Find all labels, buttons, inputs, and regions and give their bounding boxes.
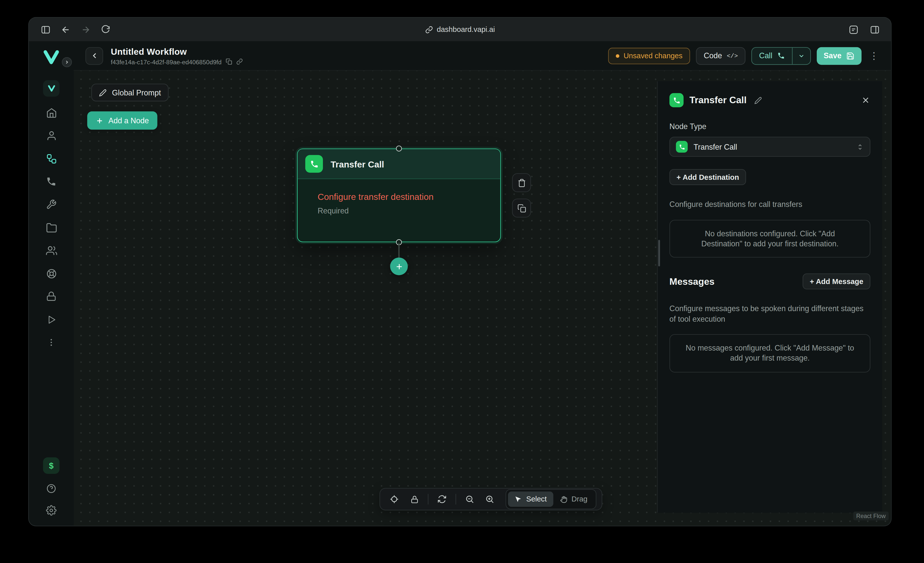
- call-options-button[interactable]: [792, 48, 810, 64]
- phone-icon: [669, 93, 684, 107]
- back-button[interactable]: [86, 47, 103, 65]
- edge-connector: [399, 243, 399, 258]
- global-prompt-button[interactable]: Global Prompt: [92, 84, 169, 101]
- help-icon[interactable]: [44, 481, 58, 495]
- add-message-button[interactable]: + Add Message: [803, 273, 870, 289]
- workflow-header: Untitled Workflow f43fe14a-c17c-4d2f-89a…: [74, 41, 891, 71]
- address-bar[interactable]: dashboard.vapi.ai: [425, 26, 495, 34]
- fit-view-icon[interactable]: [386, 491, 403, 508]
- copy-id-icon[interactable]: [226, 58, 232, 65]
- call-button[interactable]: Call: [752, 48, 792, 64]
- browser-window: dashboard.vapi.ai: [29, 18, 891, 525]
- sidebar-toggle-icon[interactable]: [37, 22, 54, 37]
- panel-scrollbar[interactable]: [658, 240, 660, 266]
- global-prompt-label: Global Prompt: [112, 88, 161, 97]
- auto-layout-icon[interactable]: [433, 491, 451, 508]
- duplicate-node-button[interactable]: [512, 199, 531, 218]
- canvas-toolbar: Select Drag: [380, 488, 602, 510]
- node-required-text: Required: [318, 206, 490, 215]
- call-split-button: Call: [752, 47, 811, 65]
- toolbar-divider: [428, 494, 428, 504]
- zoom-out-icon[interactable]: [461, 491, 478, 508]
- billing-icon[interactable]: $: [43, 457, 60, 474]
- canvas-mode-switch: Select Drag: [506, 489, 596, 509]
- more-icon[interactable]: [44, 335, 58, 349]
- right-sidebar-toggle-icon[interactable]: [866, 22, 883, 37]
- save-button[interactable]: Save: [816, 47, 861, 65]
- messages-header-row: Messages + Add Message: [669, 273, 870, 289]
- reload-icon[interactable]: [97, 22, 114, 37]
- settings-icon[interactable]: [44, 503, 58, 517]
- screen: dashboard.vapi.ai: [0, 0, 924, 563]
- extensions-icon[interactable]: [845, 22, 862, 37]
- sidebar-expand-icon[interactable]: [62, 57, 72, 67]
- back-icon[interactable]: [57, 22, 74, 37]
- transfer-call-node[interactable]: Transfer Call Configure transfer destina…: [297, 149, 501, 242]
- destinations-help-text: Configure destinations for call transfer…: [669, 199, 870, 209]
- drag-mode-label: Drag: [572, 495, 588, 503]
- delete-node-button[interactable]: [512, 173, 531, 192]
- trash-icon: [517, 178, 526, 187]
- squads-icon[interactable]: [44, 243, 58, 257]
- workflow-titlebox: Untitled Workflow f43fe14a-c17c-4d2f-89a…: [111, 46, 243, 65]
- home-icon[interactable]: [44, 105, 58, 120]
- more-options-icon[interactable]: ⋮: [867, 50, 880, 61]
- add-destination-button[interactable]: + Add Destination: [669, 169, 746, 185]
- hand-icon: [560, 495, 567, 503]
- workflow-canvas[interactable]: Global Prompt Add a Node Transf: [74, 71, 891, 526]
- code-icon: </>: [727, 52, 738, 59]
- chevron-down-icon: [798, 52, 805, 59]
- test-suites-icon[interactable]: [44, 312, 58, 326]
- tools-icon[interactable]: [44, 197, 58, 212]
- node-header: Transfer Call: [297, 149, 500, 179]
- messages-help-text: Configure messages to be spoken during d…: [669, 303, 870, 324]
- phone-icon: [777, 52, 785, 60]
- add-node-button[interactable]: Add a Node: [87, 111, 157, 130]
- phone-icon: [676, 141, 688, 153]
- unsaved-changes-label: Unsaved changes: [624, 51, 682, 60]
- phone-numbers-icon[interactable]: [44, 174, 58, 189]
- messages-empty-state: No messages configured. Click "Add Messa…: [669, 334, 870, 372]
- workflow-id-row: f43fe14a-c17c-4d2f-89ae-ed406850d9fd: [111, 58, 243, 65]
- code-button-label: Code: [704, 51, 722, 60]
- node-type-value: Transfer Call: [693, 143, 737, 151]
- node-type-select[interactable]: Transfer Call: [669, 137, 870, 157]
- support-icon[interactable]: [44, 266, 58, 281]
- url-text: dashboard.vapi.ai: [436, 26, 495, 34]
- react-flow-attribution[interactable]: React Flow: [853, 512, 889, 520]
- zoom-in-icon[interactable]: [481, 491, 498, 508]
- workspace-icon[interactable]: [43, 80, 60, 97]
- close-panel-icon[interactable]: [861, 95, 870, 105]
- call-button-label: Call: [759, 51, 772, 60]
- plus-icon: [394, 262, 403, 271]
- workflow-title: Untitled Workflow: [111, 46, 243, 56]
- forward-icon[interactable]: [77, 22, 94, 37]
- copy-link-icon[interactable]: [236, 58, 243, 65]
- unsaved-dot-icon: [616, 54, 620, 57]
- browser-toolbar: dashboard.vapi.ai: [29, 18, 891, 41]
- destinations-empty-state: No destinations configured. Click "Add D…: [669, 219, 870, 258]
- code-button[interactable]: Code </>: [696, 47, 746, 65]
- drag-mode-button[interactable]: Drag: [553, 491, 594, 507]
- cursor-icon: [514, 495, 522, 503]
- node-title: Transfer Call: [331, 159, 384, 169]
- node-input-handle[interactable]: [396, 146, 402, 152]
- workflows-icon[interactable]: [44, 152, 58, 165]
- messages-title: Messages: [669, 276, 715, 287]
- select-mode-label: Select: [526, 495, 547, 503]
- sidebar-bottom: $: [43, 457, 60, 517]
- sidebar-nav: [43, 80, 60, 350]
- add-next-node-button[interactable]: [390, 258, 408, 275]
- api-keys-icon[interactable]: [44, 289, 58, 303]
- select-mode-button[interactable]: Select: [508, 491, 553, 507]
- save-button-label: Save: [824, 51, 842, 60]
- lock-canvas-icon[interactable]: [405, 491, 423, 508]
- files-icon[interactable]: [44, 221, 58, 234]
- add-node-label: Add a Node: [108, 116, 149, 125]
- vapi-logo[interactable]: [42, 50, 60, 65]
- panel-title: Transfer Call: [690, 95, 747, 105]
- assistants-icon[interactable]: [44, 129, 58, 143]
- node-action-buttons: [512, 173, 531, 218]
- edit-title-icon[interactable]: [754, 96, 762, 104]
- link-icon: [425, 26, 433, 33]
